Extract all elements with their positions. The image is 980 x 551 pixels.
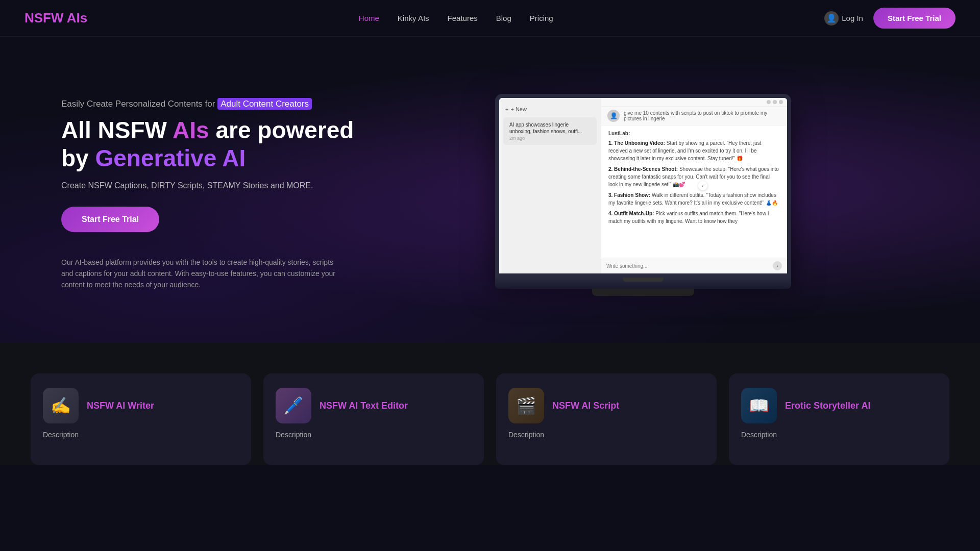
card-writer[interactable]: ✍️ NSFW AI Writer Description (31, 373, 251, 465)
nav-link-pricing: Pricing (530, 14, 553, 22)
hero-left: Easily Create Personalized Contents for … (61, 99, 368, 291)
card-storyteller[interactable]: 📖 Erotic Storyteller AI Description (729, 373, 949, 465)
laptop-screen: + + New AI app showcases lingerie unboxi… (495, 94, 791, 278)
card-writer-icon: ✍️ (43, 388, 79, 423)
laptop-base (495, 278, 791, 289)
card-editor-description: Description (276, 431, 472, 439)
title-als: AIs (173, 117, 209, 143)
login-label: Log In (842, 14, 863, 22)
hero-section: Easily Create Personalized Contents for … (0, 37, 980, 343)
item-2-title: 2. Behind-the-Scenes Shoot: (608, 166, 678, 172)
hero-right: + + New AI app showcases lingerie unboxi… (368, 94, 919, 296)
laptop-stand (592, 289, 694, 296)
card-storyteller-icon: 📖 (741, 388, 777, 423)
storyteller-icon-emoji: 📖 (749, 396, 769, 415)
nav-item-kinky[interactable]: Kinky AIs (398, 14, 429, 23)
logo[interactable]: NSFW AIs (24, 10, 87, 26)
item-4-title: 4. Outfit Match-Up: (608, 211, 654, 216)
nav-trial-button[interactable]: Start Free Trial (873, 8, 955, 29)
item-1-title: 1. The Unboxing Video: (608, 140, 665, 146)
card-editor[interactable]: 🖊️ NSFW AI Text Editor Description (263, 373, 484, 465)
navbar: NSFW AIs Home Kinky AIs Features Blog Pr… (0, 0, 980, 37)
item-3-title: 3. Fashion Show: (608, 192, 650, 198)
card-script-header: 🎬 NSFW AI Script (508, 388, 704, 423)
writer-icon-emoji: ✍️ (51, 396, 71, 415)
login-button[interactable]: 👤 Log In (824, 11, 863, 26)
chat-avatar: 👤 (607, 110, 620, 122)
subtitle-highlight: Adult Content Creators (217, 98, 312, 110)
navbar-right: 👤 Log In Start Free Trial (824, 8, 955, 29)
new-chat-button[interactable]: + + New (499, 103, 601, 115)
app-top-bar (601, 98, 787, 107)
dot-3 (779, 100, 783, 104)
subtitle-prefix: Easily Create Personalized Contents for (61, 99, 215, 109)
card-writer-header: ✍️ NSFW AI Writer (43, 388, 239, 423)
app-main: 👤 give me 10 contents with scripts to po… (601, 98, 787, 273)
hero-body-text: Our AI-based platform provides you with … (61, 257, 337, 291)
hero-subtitle: Easily Create Personalized Contents for … (61, 99, 368, 109)
chat-input[interactable] (606, 263, 773, 269)
app-sidebar: + + New AI app showcases lingerie unboxi… (499, 98, 601, 273)
nav-link-kinky: Kinky AIs (398, 14, 429, 22)
title-gen-ai: Generative AI (95, 145, 246, 171)
card-script-title: NSFW AI Script (552, 400, 619, 411)
nav-link-blog: Blog (496, 14, 511, 22)
nav-item-home[interactable]: Home (359, 14, 379, 23)
card-storyteller-title: Erotic Storyteller AI (785, 400, 870, 411)
cards-section: ✍️ NSFW AI Writer Description 🖊️ NSFW AI… (0, 343, 980, 465)
chat-content: LustLab: 1. The Unboxing Video: Start by… (601, 126, 787, 258)
sidebar-chat-item[interactable]: AI app showcases lingerie unboxing, fash… (503, 117, 597, 145)
script-icon-emoji: 🎬 (516, 396, 536, 415)
editor-icon-emoji: 🖊️ (283, 396, 304, 415)
card-storyteller-header: 📖 Erotic Storyteller AI (741, 388, 937, 423)
logo-nsfw: NSFW (24, 10, 64, 26)
chat-item-4: 4. Outfit Match-Up: Pick various outfits… (608, 210, 780, 225)
plus-icon: + (505, 106, 508, 112)
send-button[interactable]: › (773, 261, 782, 270)
title-part1: All NSFW (61, 117, 173, 143)
nav-item-pricing[interactable]: Pricing (530, 14, 553, 23)
card-editor-title: NSFW AI Text Editor (320, 400, 408, 411)
logo-ais: AIs (67, 10, 87, 26)
card-script[interactable]: 🎬 NSFW AI Script Description (496, 373, 717, 465)
dot-1 (767, 100, 771, 104)
nav-links: Home Kinky AIs Features Blog Pricing (359, 14, 553, 23)
app-screen: + + New AI app showcases lingerie unboxi… (499, 98, 787, 273)
nav-item-features[interactable]: Features (448, 14, 478, 23)
chat-item-time: 2m ago (509, 136, 591, 141)
laptop-mockup: + + New AI app showcases lingerie unboxi… (495, 94, 791, 296)
card-script-description: Description (508, 431, 704, 439)
chat-input-bar: › (601, 258, 787, 273)
card-writer-description: Description (43, 431, 239, 439)
chat-prompt: give me 10 contents with scripts to post… (624, 110, 781, 121)
chat-item-3: 3. Fashion Show: Walk in different outfi… (608, 191, 780, 207)
card-storyteller-description: Description (741, 431, 937, 439)
chat-item-2: 2. Behind-the-Scenes Shoot: Showcase the… (608, 165, 780, 188)
nav-item-blog[interactable]: Blog (496, 14, 511, 23)
sender-label: LustLab: (608, 131, 780, 136)
dot-2 (773, 100, 777, 104)
hero-description: Create NSFW Captions, DIRTY Scripts, STE… (61, 181, 368, 190)
top-bar-controls (767, 100, 783, 104)
nav-link-home: Home (359, 14, 379, 22)
user-icon: 👤 (824, 11, 839, 26)
chat-header: 👤 give me 10 contents with scripts to po… (601, 107, 787, 126)
chat-item-title: AI app showcases lingerie unboxing, fash… (509, 121, 591, 135)
card-editor-header: 🖊️ NSFW AI Text Editor (276, 388, 472, 423)
chat-item-1: 1. The Unboxing Video: Start by showing … (608, 139, 780, 162)
card-writer-title: NSFW AI Writer (87, 400, 154, 411)
nav-link-features: Features (448, 14, 478, 22)
hero-title: All NSFW AIs are powered by Generative A… (61, 116, 368, 172)
card-editor-icon: 🖊️ (276, 388, 311, 423)
card-script-icon: 🎬 (508, 388, 544, 423)
sidebar-toggle-button[interactable]: ‹ (698, 181, 707, 190)
new-label: + New (510, 106, 527, 112)
hero-trial-button[interactable]: Start Free Trial (61, 207, 159, 232)
